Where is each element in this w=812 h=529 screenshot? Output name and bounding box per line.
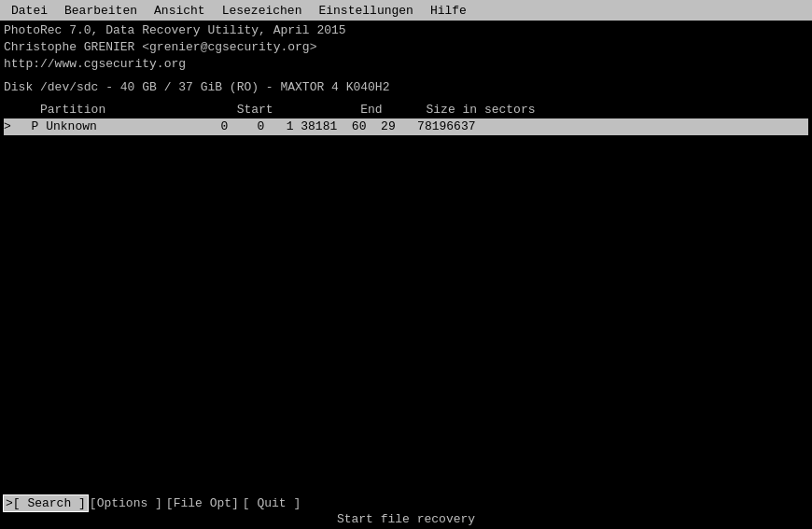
partition-table: Partition Start End Size in sectors > P … (4, 102, 808, 135)
fileopt-button[interactable]: [File Opt] (164, 495, 241, 511)
menu-ansicht[interactable]: Ansicht (147, 3, 213, 19)
partition-header: Partition Start End Size in sectors (4, 102, 808, 118)
partition-size: 78196637 (417, 118, 475, 135)
menu-lesezeichen[interactable]: Lesezeichen (215, 3, 310, 19)
partition-row[interactable]: > P Unknown 0 0 1 38181 60 29 78196637 (4, 118, 808, 135)
search-button[interactable]: >[ Search ] (4, 495, 88, 511)
partition-name: Unknown (46, 118, 199, 135)
app-title-line2: Christophe GRENIER <grenier@cgsecurity.o… (4, 39, 808, 56)
terminal-area: PhotoRec 7.0, Data Recovery Utility, Apr… (0, 21, 812, 494)
quit-button[interactable]: [ Quit ] (241, 495, 302, 511)
partition-start: 0 0 1 (199, 118, 301, 135)
app-title-line3: http://www.cgsecurity.org (4, 56, 808, 73)
menu-datei[interactable]: Datei (4, 3, 55, 19)
menu-hilfe[interactable]: Hilfe (423, 3, 474, 19)
app-title-line1: PhotoRec 7.0, Data Recovery Utility, Apr… (4, 22, 808, 39)
menu-einstellungen[interactable]: Einstellungen (311, 3, 420, 19)
menubar: Datei Bearbeiten Ansicht Lesezeichen Ein… (0, 0, 812, 21)
bottombar: >[ Search ] [Options ] [File Opt] [ Quit… (0, 494, 812, 529)
start-recovery-label: Start file recovery (0, 511, 812, 527)
partition-end: 38181 60 29 (301, 118, 417, 135)
disk-info: Disk /dev/sdc - 40 GB / 37 GiB (RO) - MA… (4, 79, 808, 96)
menu-bearbeiten[interactable]: Bearbeiten (57, 3, 145, 19)
partition-type: P (17, 118, 46, 135)
selection-arrow: > (4, 118, 17, 135)
bottom-buttons-row: >[ Search ] [Options ] [File Opt] [ Quit… (0, 495, 812, 511)
options-button[interactable]: [Options ] (88, 495, 164, 511)
